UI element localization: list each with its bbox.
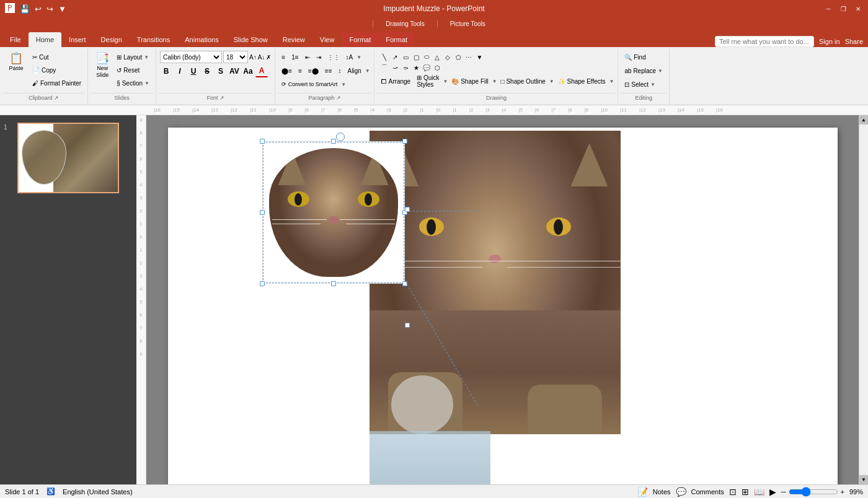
tab-transitions[interactable]: Transitions [130, 32, 177, 47]
font-size-select[interactable]: 18 [223, 51, 248, 63]
handle-connect-1[interactable] [405, 207, 410, 212]
rotation-handle[interactable] [336, 133, 345, 141]
shape-rounded[interactable]: ▢ [411, 52, 421, 62]
replace-button[interactable]: ab Replace ▼ [622, 64, 665, 77]
sign-in-button[interactable]: Sign in [819, 38, 840, 45]
handle-connect-2[interactable] [405, 323, 410, 328]
bullets-button[interactable]: ≡ [279, 51, 288, 63]
minimize-button[interactable]: ─ [823, 4, 833, 14]
underline-button[interactable]: U [187, 65, 200, 77]
comments-button[interactable]: 💬 [676, 487, 686, 497]
undo-button[interactable]: ↩ [33, 3, 43, 15]
slide-sorter-button[interactable]: ⊞ [742, 487, 749, 497]
tab-format-picture[interactable]: Format [378, 32, 415, 47]
shape-conn3[interactable]: ⤼ [401, 63, 410, 72]
clear-format-button[interactable]: ✗ [266, 54, 271, 61]
find-button[interactable]: 🔍 Find [622, 51, 648, 63]
italic-button[interactable]: I [174, 65, 186, 77]
reset-button[interactable]: ↺ Reset [114, 64, 152, 76]
comments-label[interactable]: Comments [691, 488, 724, 496]
shadow-button[interactable]: S [215, 65, 227, 77]
shape-conn1[interactable]: ⌒ [379, 63, 389, 72]
slide-1-thumbnail[interactable] [17, 123, 119, 193]
quick-styles-button[interactable]: ⊞ QuickStyles [414, 75, 441, 87]
shape-pentagon[interactable]: ⬠ [453, 52, 463, 62]
convert-smartart-button[interactable]: ⟳ Convert to SmartArt [279, 78, 340, 90]
tab-home[interactable]: Home [29, 32, 61, 47]
cut-button[interactable]: ✂ Cut [30, 51, 84, 63]
case-button[interactable]: Aa [242, 65, 254, 77]
arrange-button[interactable]: ⧠ Arrange [378, 75, 413, 87]
small-cat-image[interactable] [262, 141, 405, 284]
tab-format-drawing[interactable]: Format [342, 32, 378, 47]
search-input[interactable] [715, 36, 814, 47]
copy-button[interactable]: 📄 Copy [30, 64, 84, 76]
section-button[interactable]: § Section ▼ [114, 77, 152, 89]
handle-br[interactable] [402, 281, 407, 286]
shape-diamond[interactable]: ◇ [443, 52, 453, 62]
increase-indent-button[interactable]: ⇥ [314, 51, 324, 63]
align-text-button[interactable]: Align [345, 64, 364, 77]
reading-view-button[interactable]: 📖 [754, 487, 764, 497]
share-button[interactable]: Share [845, 38, 863, 45]
char-spacing-button[interactable]: AV [228, 65, 241, 77]
tab-file[interactable]: File [2, 32, 29, 47]
handle-tl[interactable] [260, 139, 265, 144]
justify-button[interactable]: ≡≡ [322, 64, 335, 77]
shape-conn2[interactable]: ⤻ [390, 63, 400, 72]
font-color-button[interactable]: A [255, 65, 268, 77]
zoom-out-icon[interactable]: ─ [781, 488, 786, 496]
shape-arrow[interactable]: ↗ [390, 52, 400, 62]
redo-button[interactable]: ↪ [45, 3, 55, 15]
scroll-down[interactable]: ▼ [859, 475, 868, 484]
tab-insert[interactable]: Insert [61, 32, 94, 47]
align-center-button[interactable]: ≡ [296, 64, 304, 77]
shapes-dropdown[interactable]: ▼ [474, 52, 484, 62]
strikethrough-button[interactable]: S [201, 65, 213, 77]
align-left-button[interactable]: ⬤≡ [279, 64, 294, 77]
columns-button[interactable]: ⋮⋮ [325, 51, 342, 63]
notes-button[interactable]: 📝 [637, 487, 648, 497]
select-button[interactable]: ⊡ Select ▼ [622, 78, 658, 90]
tab-review[interactable]: Review [275, 32, 312, 47]
new-slide-button[interactable]: 📑 NewSlide [92, 51, 113, 81]
decrease-indent-button[interactable]: ⇤ [303, 51, 312, 63]
slideshow-button[interactable]: ▶ [769, 487, 776, 497]
align-right-button[interactable]: ≡⬤ [306, 64, 321, 77]
shape-rect[interactable]: ▭ [401, 52, 410, 62]
notes-label[interactable]: Notes [653, 488, 671, 496]
normal-view-button[interactable]: ⊡ [729, 487, 737, 497]
scroll-up[interactable]: ▲ [859, 115, 868, 124]
shape-outline-button[interactable]: □ Shape Outline [498, 75, 548, 87]
shape-line[interactable]: ╲ [379, 52, 389, 62]
paste-button[interactable]: 📋 Paste [4, 51, 29, 74]
tab-view[interactable]: View [312, 32, 342, 47]
handle-ml[interactable] [260, 210, 265, 215]
layout-button[interactable]: ⊞ Layout ▼ [114, 51, 152, 63]
shape-oval[interactable]: ⬭ [422, 52, 432, 62]
zoom-range[interactable] [789, 487, 838, 497]
tab-animations[interactable]: Animations [177, 32, 226, 47]
decrease-font-button[interactable]: A↓ [258, 54, 265, 61]
shape-callout[interactable]: 💬 [422, 63, 432, 72]
line-spacing-button[interactable]: ↕ [336, 64, 344, 77]
handle-bm[interactable] [331, 281, 336, 286]
zoom-slider[interactable]: ─ + [781, 487, 844, 497]
handle-bl[interactable] [260, 281, 265, 286]
shape-star[interactable]: ★ [411, 63, 421, 72]
tab-slideshow[interactable]: Slide Show [226, 32, 275, 47]
close-button[interactable]: ✕ [853, 4, 863, 14]
shape-fill-button[interactable]: 🎨 Shape Fill [449, 75, 490, 87]
zoom-level[interactable]: 99% [849, 488, 863, 496]
customize-qat-button[interactable]: ▼ [57, 3, 68, 15]
format-painter-button[interactable]: 🖌 Format Painter [30, 77, 84, 89]
shape-triangle[interactable]: △ [432, 52, 442, 62]
shape-action[interactable]: ⬡ [432, 63, 442, 72]
tab-design[interactable]: Design [94, 32, 130, 47]
save-button[interactable]: 💾 [19, 3, 31, 15]
increase-font-button[interactable]: A↑ [249, 54, 257, 61]
zoom-in-icon[interactable]: + [841, 488, 844, 496]
bold-button[interactable]: B [160, 65, 172, 77]
text-direction-button[interactable]: ↕A [343, 51, 356, 63]
handle-tr[interactable] [402, 139, 407, 144]
